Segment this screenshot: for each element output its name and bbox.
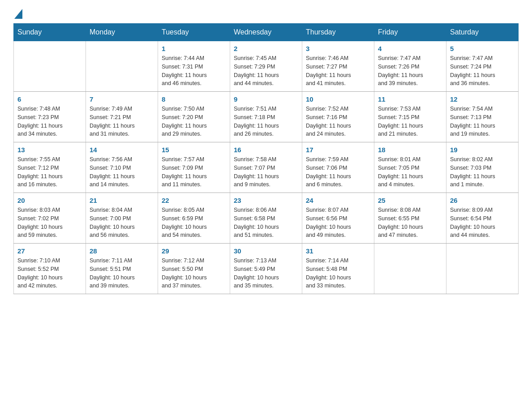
calendar-cell-w2-d4: 17Sunrise: 7:59 AMSunset: 7:06 PMDayligh…: [302, 142, 374, 193]
calendar-cell-w0-d1: [86, 41, 158, 92]
calendar-cell-w2-d2: 15Sunrise: 7:57 AMSunset: 7:09 PMDayligh…: [158, 142, 230, 193]
day-info: Sunrise: 7:56 AMSunset: 7:10 PMDaylight:…: [90, 155, 154, 189]
calendar-cell-w1-d4: 10Sunrise: 7:52 AMSunset: 7:16 PMDayligh…: [302, 92, 374, 142]
day-info: Sunrise: 7:44 AMSunset: 7:31 PMDaylight:…: [162, 54, 226, 88]
day-number: 5: [450, 45, 515, 52]
day-info: Sunrise: 8:02 AMSunset: 7:03 PMDaylight:…: [450, 155, 515, 189]
day-info: Sunrise: 7:49 AMSunset: 7:21 PMDaylight:…: [90, 105, 154, 138]
day-number: 27: [17, 247, 82, 255]
day-number: 18: [378, 146, 442, 154]
day-number: 1: [162, 45, 226, 52]
day-info: Sunrise: 7:50 AMSunset: 7:20 PMDaylight:…: [162, 105, 226, 138]
day-number: 16: [234, 146, 298, 154]
svg-marker-0: [14, 9, 22, 19]
day-info: Sunrise: 7:57 AMSunset: 7:09 PMDaylight:…: [162, 155, 226, 189]
calendar-cell-w1-d6: 12Sunrise: 7:54 AMSunset: 7:13 PMDayligh…: [446, 92, 519, 142]
day-number: 9: [234, 95, 298, 103]
day-number: 20: [17, 197, 82, 204]
day-number: 31: [306, 247, 370, 255]
day-number: 3: [306, 45, 370, 52]
calendar-cell-w4-d1: 28Sunrise: 7:11 AMSunset: 5:51 PMDayligh…: [86, 244, 158, 294]
header-thursday: Thursday: [302, 24, 374, 41]
calendar-cell-w2-d3: 16Sunrise: 7:58 AMSunset: 7:07 PMDayligh…: [230, 142, 302, 193]
day-info: Sunrise: 8:01 AMSunset: 7:05 PMDaylight:…: [378, 155, 442, 189]
weekday-header-row: Sunday Monday Tuesday Wednesday Thursday…: [14, 24, 519, 41]
day-info: Sunrise: 7:10 AMSunset: 5:52 PMDaylight:…: [17, 257, 82, 290]
day-number: 30: [234, 247, 298, 255]
calendar-cell-w4-d2: 29Sunrise: 7:12 AMSunset: 5:50 PMDayligh…: [158, 244, 230, 294]
day-number: 4: [378, 45, 442, 52]
calendar-cell-w3-d4: 24Sunrise: 8:07 AMSunset: 6:56 PMDayligh…: [302, 193, 374, 244]
day-info: Sunrise: 8:03 AMSunset: 7:02 PMDaylight:…: [17, 206, 82, 240]
logo: [13, 9, 23, 19]
calendar-cell-w1-d5: 11Sunrise: 7:53 AMSunset: 7:15 PMDayligh…: [374, 92, 446, 142]
day-number: 23: [234, 197, 298, 204]
day-number: 24: [306, 197, 370, 204]
day-number: 11: [378, 95, 442, 103]
day-number: 13: [17, 146, 82, 154]
calendar-cell-w2-d6: 19Sunrise: 8:02 AMSunset: 7:03 PMDayligh…: [446, 142, 519, 193]
calendar-cell-w4-d3: 30Sunrise: 7:13 AMSunset: 5:49 PMDayligh…: [230, 244, 302, 294]
logo-triangle-icon: [13, 9, 23, 19]
calendar-table: Sunday Monday Tuesday Wednesday Thursday…: [13, 23, 519, 294]
calendar-cell-w4-d6: [446, 244, 519, 294]
header-wednesday: Wednesday: [230, 24, 302, 41]
day-info: Sunrise: 8:08 AMSunset: 6:55 PMDaylight:…: [378, 206, 442, 240]
calendar-cell-w3-d0: 20Sunrise: 8:03 AMSunset: 7:02 PMDayligh…: [14, 193, 86, 244]
calendar-cell-w0-d0: [14, 41, 86, 92]
day-info: Sunrise: 7:53 AMSunset: 7:15 PMDaylight:…: [378, 105, 442, 138]
day-info: Sunrise: 7:48 AMSunset: 7:23 PMDaylight:…: [17, 105, 82, 138]
calendar-row-0: 1Sunrise: 7:44 AMSunset: 7:31 PMDaylight…: [14, 41, 519, 92]
calendar-cell-w1-d1: 7Sunrise: 7:49 AMSunset: 7:21 PMDaylight…: [86, 92, 158, 142]
day-info: Sunrise: 7:47 AMSunset: 7:24 PMDaylight:…: [450, 54, 515, 88]
calendar-cell-w4-d0: 27Sunrise: 7:10 AMSunset: 5:52 PMDayligh…: [14, 244, 86, 294]
day-number: 21: [90, 197, 154, 204]
day-info: Sunrise: 7:11 AMSunset: 5:51 PMDaylight:…: [90, 257, 154, 290]
day-info: Sunrise: 7:55 AMSunset: 7:12 PMDaylight:…: [17, 155, 82, 189]
header-monday: Monday: [86, 24, 158, 41]
day-info: Sunrise: 7:51 AMSunset: 7:18 PMDaylight:…: [234, 105, 298, 138]
day-info: Sunrise: 7:52 AMSunset: 7:16 PMDaylight:…: [306, 105, 370, 138]
day-info: Sunrise: 7:12 AMSunset: 5:50 PMDaylight:…: [162, 257, 226, 290]
calendar-cell-w0-d3: 2Sunrise: 7:45 AMSunset: 7:29 PMDaylight…: [230, 41, 302, 92]
day-number: 15: [162, 146, 226, 154]
day-info: Sunrise: 7:54 AMSunset: 7:13 PMDaylight:…: [450, 105, 515, 138]
day-info: Sunrise: 7:45 AMSunset: 7:29 PMDaylight:…: [234, 54, 298, 88]
calendar-cell-w3-d2: 22Sunrise: 8:05 AMSunset: 6:59 PMDayligh…: [158, 193, 230, 244]
calendar-cell-w1-d2: 8Sunrise: 7:50 AMSunset: 7:20 PMDaylight…: [158, 92, 230, 142]
day-info: Sunrise: 7:13 AMSunset: 5:49 PMDaylight:…: [234, 257, 298, 290]
calendar-cell-w2-d0: 13Sunrise: 7:55 AMSunset: 7:12 PMDayligh…: [14, 142, 86, 193]
calendar-cell-w1-d0: 6Sunrise: 7:48 AMSunset: 7:23 PMDaylight…: [14, 92, 86, 142]
day-number: 2: [234, 45, 298, 52]
header-tuesday: Tuesday: [158, 24, 230, 41]
day-number: 14: [90, 146, 154, 154]
calendar-cell-w0-d4: 3Sunrise: 7:46 AMSunset: 7:27 PMDaylight…: [302, 41, 374, 92]
calendar-cell-w3-d3: 23Sunrise: 8:06 AMSunset: 6:58 PMDayligh…: [230, 193, 302, 244]
day-number: 19: [450, 146, 515, 154]
day-number: 12: [450, 95, 515, 103]
calendar-cell-w4-d5: [374, 244, 446, 294]
calendar-cell-w2-d5: 18Sunrise: 8:01 AMSunset: 7:05 PMDayligh…: [374, 142, 446, 193]
header-sunday: Sunday: [14, 24, 86, 41]
day-number: 6: [17, 95, 82, 103]
day-info: Sunrise: 7:14 AMSunset: 5:48 PMDaylight:…: [306, 257, 370, 290]
day-number: 29: [162, 247, 226, 255]
calendar-cell-w2-d1: 14Sunrise: 7:56 AMSunset: 7:10 PMDayligh…: [86, 142, 158, 193]
day-info: Sunrise: 7:46 AMSunset: 7:27 PMDaylight:…: [306, 54, 370, 88]
day-number: 17: [306, 146, 370, 154]
calendar-cell-w0-d5: 4Sunrise: 7:47 AMSunset: 7:26 PMDaylight…: [374, 41, 446, 92]
day-info: Sunrise: 8:06 AMSunset: 6:58 PMDaylight:…: [234, 206, 298, 240]
day-number: 26: [450, 197, 515, 204]
header-friday: Friday: [374, 24, 446, 41]
calendar-cell-w3-d1: 21Sunrise: 8:04 AMSunset: 7:00 PMDayligh…: [86, 193, 158, 244]
day-number: 28: [90, 247, 154, 255]
calendar-cell-w1-d3: 9Sunrise: 7:51 AMSunset: 7:18 PMDaylight…: [230, 92, 302, 142]
day-info: Sunrise: 7:59 AMSunset: 7:06 PMDaylight:…: [306, 155, 370, 189]
header-saturday: Saturday: [446, 24, 519, 41]
calendar-row-2: 13Sunrise: 7:55 AMSunset: 7:12 PMDayligh…: [14, 142, 519, 193]
day-info: Sunrise: 7:47 AMSunset: 7:26 PMDaylight:…: [378, 54, 442, 88]
day-number: 25: [378, 197, 442, 204]
day-info: Sunrise: 7:58 AMSunset: 7:07 PMDaylight:…: [234, 155, 298, 189]
calendar-cell-w3-d5: 25Sunrise: 8:08 AMSunset: 6:55 PMDayligh…: [374, 193, 446, 244]
day-info: Sunrise: 8:05 AMSunset: 6:59 PMDaylight:…: [162, 206, 226, 240]
